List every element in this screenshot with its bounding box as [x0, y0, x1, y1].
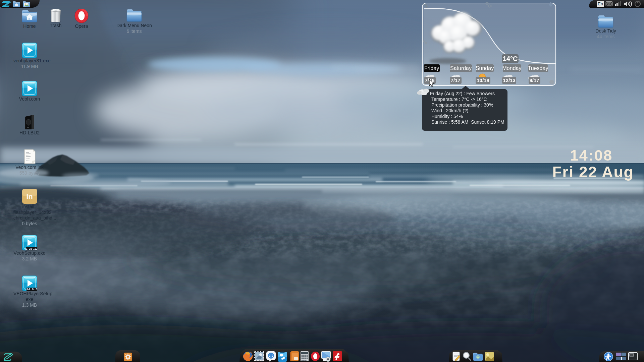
svg-text:Saturday: Saturday	[450, 65, 472, 71]
svg-text:1: 1	[620, 356, 623, 361]
svg-text:14°C: 14°C	[503, 55, 518, 62]
svg-text:Sunday: Sunday	[476, 65, 494, 71]
svg-text:In: In	[26, 192, 33, 201]
svg-text:10/18: 10/18	[477, 77, 489, 83]
svg-text:Friday: Friday	[424, 65, 439, 71]
svg-text:Tuesday: Tuesday	[528, 65, 548, 71]
svg-text:14.0.3: 14.0.3	[26, 288, 37, 291]
svg-text:1.20.12: 1.20.12	[25, 247, 37, 250]
svg-text:Monday: Monday	[502, 65, 522, 71]
svg-text:7/17: 7/17	[450, 77, 460, 83]
svg-text:12/13: 12/13	[503, 77, 516, 83]
svg-text:9/17: 9/17	[529, 77, 539, 83]
